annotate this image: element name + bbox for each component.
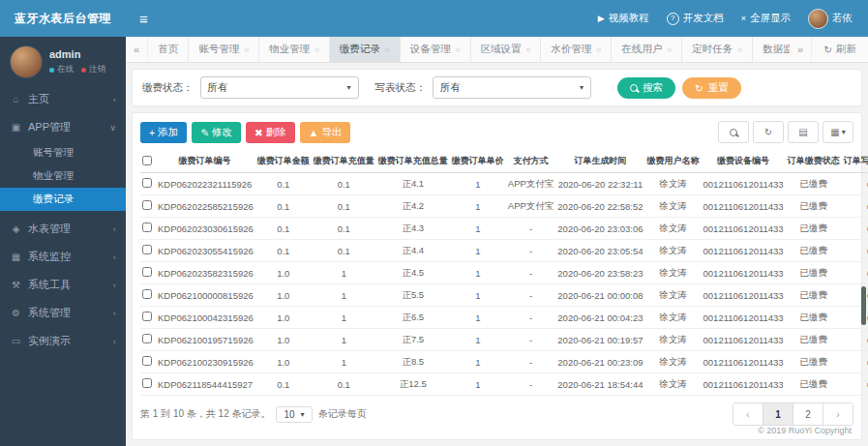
column-header: 缴费用户名称 — [645, 150, 702, 173]
app-icon: ▣ — [10, 122, 22, 133]
tab-区域设置[interactable]: 区域设置○ — [471, 37, 542, 62]
cell-user-name: 徐文涛 — [645, 329, 702, 351]
tab-label: 首页 — [158, 43, 178, 56]
sidebar-item-5[interactable]: ⚒系统工具‹ — [0, 271, 126, 299]
sidebar-item-4[interactable]: ▦系统监控‹ — [0, 243, 126, 271]
cell-pay-method: - — [506, 329, 556, 351]
cell-created-time: 2020-06-20 23:05:54 — [555, 240, 644, 262]
home-icon: ⌂ — [10, 94, 22, 104]
cell-pay-status: 已缴费 — [786, 373, 842, 396]
cell-unit-price: 1 — [450, 262, 506, 284]
page-button-2[interactable]: 2 — [793, 403, 823, 425]
write-status-select[interactable]: 所有 ▾ — [433, 76, 591, 99]
page-size-select[interactable]: 10 ▾ — [276, 406, 312, 423]
logout-link[interactable]: 注销 — [89, 64, 105, 75]
tabs-scroll-right-icon[interactable]: » — [790, 37, 812, 62]
sidebar-item-label: 水表管理 — [28, 222, 71, 236]
sidebar-item-3[interactable]: ◈水表管理‹ — [0, 215, 126, 243]
table-row: KDP0620230554159260.10.1正4.41-2020-06-20… — [140, 240, 868, 262]
tab-定时任务[interactable]: 定时任务○ — [682, 37, 753, 62]
cell-pay-status: 已缴费 — [786, 173, 842, 195]
topbar-profile[interactable]: 若依 — [808, 9, 853, 29]
tab-设备管理[interactable]: 设备管理○ — [401, 37, 471, 62]
row-checkbox[interactable] — [142, 267, 152, 277]
sidebar-item-6[interactable]: ⚙系统管理‹ — [0, 299, 126, 327]
topbar-fullscreen[interactable]: ×全屏显示 — [741, 12, 791, 25]
reset-button[interactable]: ↻ 重置 — [682, 77, 741, 99]
tab-账号管理[interactable]: 账号管理○ — [189, 37, 259, 62]
search-button[interactable]: 搜索 — [617, 77, 675, 99]
wrench-icon: ⚒ — [10, 280, 22, 290]
row-checkbox[interactable] — [142, 334, 152, 343]
table-row: KDP0620225852159260.10.1正4.21APP支付宝2020-… — [140, 195, 868, 218]
tab-首页[interactable]: 首页 — [148, 37, 189, 62]
cell-order-no: KDP062023055415926 — [154, 240, 255, 262]
sidebar-subitem[interactable]: 物业管理 — [0, 164, 126, 188]
row-checkbox[interactable] — [142, 178, 152, 188]
page-button-1[interactable]: 1 — [763, 403, 793, 425]
topbar-dev-docs[interactable]: ?开发文档 — [667, 12, 724, 25]
row-checkbox[interactable] — [142, 378, 152, 388]
sidebar-item-2[interactable]: ▣APP管理∨ — [0, 113, 126, 141]
tab-close-icon[interactable]: ○ — [456, 45, 461, 54]
edit-button[interactable]: ✎ 修改 — [192, 122, 241, 143]
sidebar-toggle-icon[interactable]: ≡ — [126, 11, 162, 27]
table-search-toggle-button[interactable] — [718, 121, 749, 143]
cell-user-name: 徐文涛 — [645, 218, 702, 240]
export-button[interactable]: ▲ 导出 — [300, 122, 350, 143]
plus-icon: + — [149, 127, 155, 138]
row-checkbox-cell — [140, 351, 154, 373]
cell-unit-price: 1 — [450, 373, 506, 396]
select-all-checkbox[interactable] — [142, 156, 152, 165]
scrollbar-thumb[interactable] — [861, 286, 866, 325]
cell-device-no: 0012110612011433 — [702, 195, 786, 218]
monitor-icon: ▦ — [10, 252, 22, 262]
cell-pay-status: 已缴费 — [786, 307, 842, 329]
row-checkbox[interactable] — [142, 245, 152, 254]
cell-device-no: 0012110612011433 — [702, 218, 786, 240]
cell-unit-price: 1 — [450, 240, 506, 262]
tab-close-icon[interactable]: ○ — [667, 45, 672, 54]
tab-close-icon[interactable]: ○ — [244, 45, 249, 54]
table-toggle-view-button[interactable]: ▤ — [788, 121, 819, 143]
tab-物业管理[interactable]: 物业管理○ — [259, 37, 330, 62]
tab-close-icon[interactable]: ○ — [526, 45, 531, 54]
online-link[interactable]: 在线 — [57, 64, 74, 75]
tab-close-icon[interactable]: ○ — [385, 45, 390, 54]
page-prev-button[interactable]: ‹ — [733, 403, 763, 425]
sidebar-subitem[interactable]: 缴费记录 — [0, 188, 126, 211]
cell-recharge-total: 正6.5 — [376, 307, 450, 329]
tab-缴费记录[interactable]: 缴费记录○ — [330, 37, 401, 62]
avatar[interactable] — [10, 45, 43, 78]
row-checkbox[interactable] — [142, 223, 152, 232]
pay-status-select[interactable]: 所有 ▾ — [200, 76, 359, 99]
sidebar-item-label: 系统监控 — [28, 250, 71, 264]
page-next-button[interactable]: › — [823, 403, 853, 425]
row-checkbox[interactable] — [142, 200, 152, 210]
table-refresh-button[interactable]: ↻ — [753, 121, 784, 143]
app-window: 蓝牙水表后台管理 admin 在线 注销 ⌂主页‹▣APP管理∨账号管理物业管理… — [0, 0, 868, 446]
sidebar-item-7[interactable]: ▭实例演示‹ — [0, 327, 126, 355]
cell-recharge-total: 正4.5 — [376, 262, 450, 284]
tabs-scroll-left-icon[interactable]: « — [126, 37, 148, 62]
chevron-left-icon: ‹ — [113, 309, 116, 318]
tab-数据监控[interactable]: 数据监控○ — [753, 37, 790, 62]
topbar-video-tutorial[interactable]: ▶视频教程 — [598, 12, 649, 25]
tabs-refresh-button[interactable]: ↻ 刷新 — [812, 43, 868, 56]
tab-close-icon[interactable]: ○ — [596, 45, 601, 54]
row-checkbox[interactable] — [142, 289, 152, 299]
sidebar-subitem[interactable]: 账号管理 — [0, 141, 126, 164]
tab-close-icon[interactable]: ○ — [314, 45, 319, 54]
table-panel: + 添加 ✎ 修改 ✖ 删除 ▲ 导出 — [132, 112, 862, 440]
row-checkbox[interactable] — [142, 312, 152, 321]
tab-水价管理[interactable]: 水价管理○ — [541, 37, 612, 62]
tab-close-icon[interactable]: ○ — [737, 45, 742, 54]
cell-order-no: KDP062023030615926 — [154, 218, 255, 240]
tab-在线用户[interactable]: 在线用户○ — [612, 37, 682, 62]
table-columns-button[interactable]: ▦ ▾ — [823, 121, 853, 143]
table-row: KDP0621000008159261.01正5.51-2020-06-21 0… — [140, 284, 868, 307]
row-checkbox[interactable] — [142, 356, 152, 366]
delete-button[interactable]: ✖ 删除 — [246, 122, 295, 143]
sidebar-item-1[interactable]: ⌂主页‹ — [0, 85, 126, 113]
add-button[interactable]: + 添加 — [140, 122, 187, 143]
